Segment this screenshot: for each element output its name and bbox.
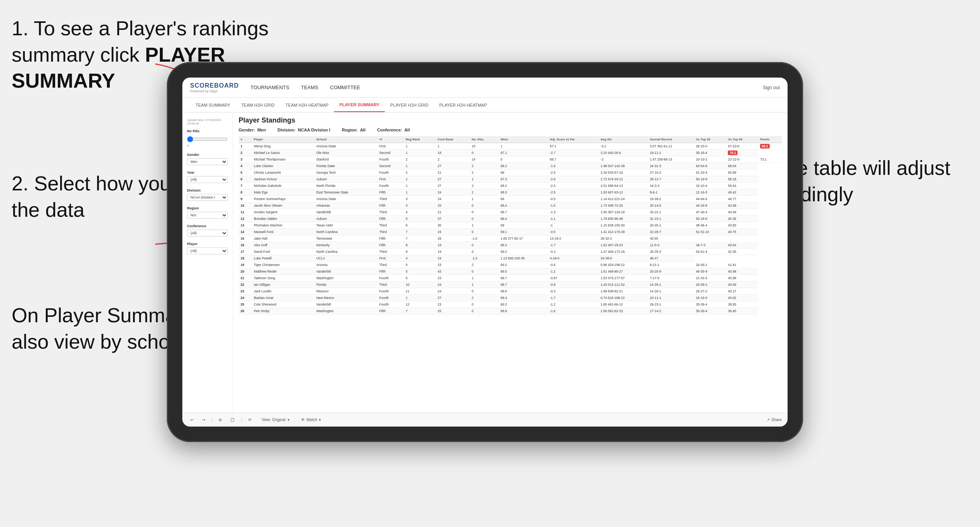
nav-tournaments[interactable]: TOURNAMENTS <box>251 83 289 92</box>
table-row: 15Jake HallTennesseeFifth728-1.51.66 377… <box>239 235 782 242</box>
table-row: 26Petr HrubyWashingtonFifth725068.6-1.61… <box>239 308 782 314</box>
subnav-player-h2h-heatmap[interactable]: PLAYER H2H HEATMAP <box>434 98 492 112</box>
filter-group-no-rds: No Rds. 0 <box>187 129 228 147</box>
col-avg-sg: Avg SG <box>599 136 648 143</box>
table-row: 4Luke ClantonFlorida StateSecond127268.2… <box>239 163 782 169</box>
table-title: Player Standings <box>239 116 782 124</box>
filter-label-year: Year <box>187 171 228 175</box>
filter-display-conference: Conference: All <box>377 128 410 132</box>
filter-group-region: Region N/A <box>187 206 228 219</box>
table-row: 22Ian GilliganFloridaThird1024168.7-0.81… <box>239 282 782 288</box>
filter-display-gender: Gender: Men <box>239 128 266 132</box>
col-rank: # <box>239 136 252 143</box>
gender-select[interactable]: Men Women <box>187 158 228 165</box>
toolbar-copy[interactable]: ⧉ <box>216 416 224 423</box>
nav-links: TOURNAMENTS TEAMS COMMITTEE <box>251 83 763 92</box>
filter-group-year: Year (All) First Second Third Fourth Fif… <box>187 171 228 183</box>
filter-group-gender: Gender Men Women <box>187 153 228 165</box>
no-rds-slider[interactable] <box>187 136 228 142</box>
table-row: 18Luke PowellUCLAFirst424-1.31.13 500-15… <box>239 255 782 262</box>
filter-panel: Update time: 27/03/2024 16:56:26 No Rds.… <box>182 112 233 413</box>
filter-label-gender: Gender <box>187 153 228 157</box>
col-school: School <box>314 136 377 143</box>
table-row: 19Tiger ChristensenArizonaThird523269.2-… <box>239 262 782 268</box>
filter-group-division: Division NCAA Division I <box>187 188 228 201</box>
sub-nav: TEAM SUMMARY TEAM H2H GRID TEAM H2H HEAT… <box>182 98 788 112</box>
table-row: 9Preston SummerhaysArizona StateThird324… <box>239 196 782 202</box>
col-reg-rank: Reg Rank <box>404 136 436 143</box>
subnav-team-h2h-grid[interactable]: TEAM H2H GRID <box>236 98 280 112</box>
table-row: 5Christo LamprechtGeorgia TechFourth2212… <box>239 169 782 176</box>
toolbar-share[interactable]: ↗ Share <box>767 418 782 422</box>
filter-display-region: Region: All <box>342 128 365 132</box>
conference-select[interactable]: (All) <box>187 230 228 237</box>
update-time: Update time: 27/03/2024 16:56:26 <box>187 118 228 125</box>
filter-display-division: Division: NCAA Division I <box>277 128 330 132</box>
nav-bar: SCOREBOARD Powered by clippi TOURNAMENTS… <box>182 78 788 98</box>
col-adj-score: Adj. Score to Par <box>548 136 599 143</box>
table-row: 6Jackson KoivunAuburnFirst127167.3-2.62.… <box>239 176 782 183</box>
tablet-frame: SCOREBOARD Powered by clippi TOURNAMENTS… <box>167 62 803 442</box>
table-row: 17David FordNorth CarolinaThird919069.2-… <box>239 249 782 255</box>
toolbar-watch[interactable]: 👁 Watch ▾ <box>301 418 321 422</box>
table-row: 21Taehoon SongWashingtonFourth623168.7-0… <box>239 275 782 282</box>
table-row: 10Jacob Skov OlesenArkansasFifth325068.4… <box>239 202 782 209</box>
table-row: 7Nicholas GabrelcikNorth FloridaFourth12… <box>239 183 782 189</box>
player-select[interactable]: (All) <box>187 247 228 254</box>
filter-label-division: Division <box>187 188 228 192</box>
subnav-player-h2h-grid[interactable]: PLAYER H2H GRID <box>385 98 434 112</box>
toolbar-refresh[interactable]: ⟳ <box>246 416 254 423</box>
subnav-team-summary[interactable]: TEAM SUMMARY <box>190 98 236 112</box>
toolbar-undo[interactable]: ↩ <box>188 416 196 423</box>
filter-label-no-rds: No Rds. <box>187 129 228 133</box>
toolbar-view[interactable]: View: Original ▾ <box>261 418 289 422</box>
table-header-row: # Player School Yr Reg Rank Conf Rank No… <box>239 136 782 143</box>
table-row: 25Cole SherwoodVanderbiltFourth1223069.3… <box>239 301 782 308</box>
logo-text: SCOREBOARD <box>190 82 239 89</box>
toolbar-redo[interactable]: ↪ <box>200 416 208 423</box>
table-row: 8Mats EgeEast Tennessee StateFifth124268… <box>239 189 782 196</box>
col-wins: Wins <box>499 136 548 143</box>
nav-teams[interactable]: TEAMS <box>301 83 319 92</box>
data-area: Player Standings Gender: Men Division: N… <box>233 112 788 413</box>
table-row: 2Michael Le SassoOle MissSecond118067.1-… <box>239 150 782 156</box>
table-row: 1Wenyi DingArizona StateFirst1115167.1-3… <box>239 143 782 150</box>
year-select[interactable]: (All) First Second Third Fourth Fifth <box>187 176 228 183</box>
bottom-toolbar: ↩ ↪ | ⧉ 📋 | ⟳ View: Original ▾ 👁 Watch ▾… <box>182 413 788 427</box>
filter-group-conference: Conference (All) <box>187 224 228 237</box>
col-overall: Overall Record <box>648 136 694 143</box>
subnav-team-h2h-heatmap[interactable]: TEAM H2H HEATMAP <box>280 98 334 112</box>
col-player: Player <box>252 136 314 143</box>
table-row: 16Alex GoffKentuckyFifth819068.3-1.71.92… <box>239 242 782 249</box>
main-content: Update time: 27/03/2024 16:56:26 No Rds.… <box>182 112 788 413</box>
table-row: 12Brendan ValdesAuburnFifth537068.4-1.11… <box>239 216 782 222</box>
table-row: 11Gordon SargentVanderbiltThird421068.7-… <box>239 209 782 216</box>
col-conf-rank: Conf Rank <box>436 136 470 143</box>
col-vs-top25: Vs Top 25 <box>694 136 726 143</box>
table-row: 3Michael ThorbjornsenStanfordFourth22140… <box>239 156 782 163</box>
filter-label-player: Player <box>187 242 228 246</box>
standings-table: # Player School Yr Reg Rank Conf Rank No… <box>239 136 782 314</box>
col-no-rds: No. Rds. <box>470 136 499 143</box>
col-yr: Yr <box>377 136 404 143</box>
col-vs-top50: Vs Top 50 <box>726 136 758 143</box>
logo-sub: Powered by clippi <box>190 89 239 93</box>
filter-label-region: Region <box>187 206 228 210</box>
division-select[interactable]: NCAA Division I <box>187 194 228 201</box>
region-select[interactable]: N/A <box>187 212 228 219</box>
col-points: Points <box>758 136 782 143</box>
table-row: 13Phichaksn MaichonTexas A&MThird630169-… <box>239 222 782 229</box>
table-row: 20Matthew RiedelVanderbiltFifth543068.5-… <box>239 268 782 275</box>
logo-area: SCOREBOARD Powered by clippi <box>190 82 239 93</box>
tablet-screen: SCOREBOARD Powered by clippi TOURNAMENTS… <box>182 78 788 427</box>
table-row: 23Jack LundinMissouriFourth1124068.6-0.3… <box>239 288 782 295</box>
table-filters: Gender: Men Division: NCAA Division I Re… <box>239 128 782 132</box>
table-row: 24Bastian AmatNew MexicoFourth127269.4-1… <box>239 295 782 301</box>
nav-right: Sign out <box>763 85 780 90</box>
table-row: 14Maxwell FordNorth CarolinaThird723069.… <box>239 229 782 235</box>
subnav-player-summary[interactable]: PLAYER SUMMARY <box>334 98 385 112</box>
filter-group-player: Player (All) <box>187 242 228 254</box>
toolbar-paste[interactable]: 📋 <box>228 416 237 423</box>
nav-committee[interactable]: COMMITTEE <box>330 83 360 92</box>
filter-label-conference: Conference <box>187 224 228 228</box>
